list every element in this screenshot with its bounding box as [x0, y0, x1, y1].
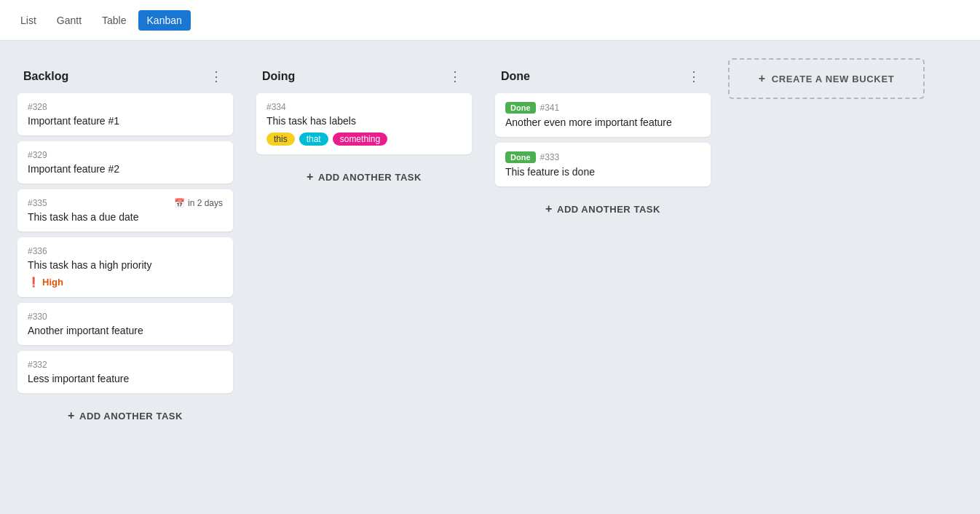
- plus-icon: +: [307, 170, 314, 183]
- card-336[interactable]: #336 This task has a high priority ❗ Hig…: [17, 237, 233, 297]
- card-332-id: #332: [28, 360, 223, 370]
- card-335-id: #335: [28, 198, 47, 208]
- column-backlog-title: Backlog: [23, 70, 68, 83]
- card-336-title: This task has a high priority: [28, 259, 223, 271]
- card-329[interactable]: #329 Important feature #2: [17, 141, 233, 183]
- card-330-title: Another important feature: [28, 325, 223, 336]
- card-335[interactable]: #335 📅 in 2 days This task has a due dat…: [17, 189, 233, 232]
- column-doing-header: Doing ⋮: [250, 58, 478, 93]
- plus-icon: +: [68, 409, 75, 422]
- card-333[interactable]: Done #333 This feature is done: [495, 143, 711, 186]
- done-add-task-button[interactable]: + ADD ANOTHER TASK: [495, 194, 711, 224]
- card-335-title: This task has a due date: [28, 211, 223, 223]
- card-332-title: Less important feature: [28, 373, 223, 384]
- backlog-add-task-button[interactable]: + ADD ANOTHER TASK: [17, 400, 233, 431]
- card-334-labels: this that something: [266, 133, 462, 146]
- column-backlog-menu[interactable]: ⋮: [205, 67, 227, 86]
- tab-list[interactable]: List: [12, 10, 45, 31]
- column-done-title: Done: [501, 70, 530, 83]
- plus-icon: +: [545, 202, 553, 216]
- doing-add-task-button[interactable]: + ADD ANOTHER TASK: [256, 162, 472, 192]
- doing-cards: #334 This task has labels this that some…: [250, 93, 478, 154]
- card-334-title: This task has labels: [266, 115, 462, 127]
- done-badge-333: Done: [505, 151, 536, 163]
- label-that: that: [299, 133, 328, 146]
- kanban-board: Backlog ⋮ #328 Important feature #1 #329…: [0, 41, 980, 454]
- card-336-priority: ❗ High: [28, 277, 63, 288]
- card-332[interactable]: #332 Less important feature: [17, 351, 233, 393]
- card-333-title: This feature is done: [505, 166, 700, 178]
- card-341[interactable]: Done #341 Another even more important fe…: [495, 93, 711, 137]
- card-328-title: Important feature #1: [28, 115, 223, 127]
- card-341-title: Another even more important feature: [505, 116, 700, 128]
- label-this: this: [266, 133, 295, 146]
- priority-label: High: [42, 277, 63, 288]
- plus-icon: +: [759, 72, 766, 85]
- calendar-icon: 📅: [174, 198, 185, 208]
- card-333-id: #333: [540, 152, 560, 162]
- new-bucket-label: CREATE A NEW BUCKET: [772, 74, 895, 84]
- backlog-cards: #328 Important feature #1 #329 Important…: [12, 93, 239, 393]
- tab-table[interactable]: Table: [93, 10, 135, 31]
- create-new-bucket-button[interactable]: + CREATE A NEW BUCKET: [728, 58, 925, 99]
- column-backlog-header: Backlog ⋮: [12, 58, 239, 93]
- card-334-id: #334: [266, 102, 462, 112]
- tab-kanban[interactable]: Kanban: [138, 10, 191, 31]
- card-329-title: Important feature #2: [28, 163, 223, 175]
- card-330[interactable]: #330 Another important feature: [17, 303, 233, 345]
- column-doing-menu[interactable]: ⋮: [444, 67, 466, 86]
- done-add-label: ADD ANOTHER TASK: [557, 204, 660, 215]
- card-336-id: #336: [28, 246, 223, 256]
- column-doing: Doing ⋮ #334 This task has labels this t…: [250, 58, 478, 198]
- backlog-add-label: ADD ANOTHER TASK: [79, 411, 183, 422]
- column-done: Done ⋮ Done #341 Another even more impor…: [489, 58, 716, 230]
- card-329-id: #329: [28, 150, 223, 160]
- card-334[interactable]: #334 This task has labels this that some…: [256, 93, 472, 154]
- label-something: something: [333, 133, 387, 146]
- top-nav: List Gantt Table Kanban: [0, 0, 980, 41]
- card-330-id: #330: [28, 312, 223, 322]
- column-backlog: Backlog ⋮ #328 Important feature #1 #329…: [12, 58, 239, 437]
- card-335-due: 📅 in 2 days: [174, 198, 223, 208]
- column-done-menu[interactable]: ⋮: [683, 67, 705, 86]
- card-328[interactable]: #328 Important feature #1: [17, 93, 233, 135]
- tab-gantt[interactable]: Gantt: [48, 10, 90, 31]
- card-328-id: #328: [28, 102, 223, 112]
- doing-add-label: ADD ANOTHER TASK: [318, 172, 422, 183]
- column-doing-title: Doing: [262, 70, 295, 83]
- priority-icon: ❗: [28, 277, 39, 288]
- done-cards: Done #341 Another even more important fe…: [489, 93, 716, 186]
- card-341-id: #341: [540, 103, 560, 113]
- column-done-header: Done ⋮: [489, 58, 716, 93]
- done-badge-341: Done: [505, 102, 536, 114]
